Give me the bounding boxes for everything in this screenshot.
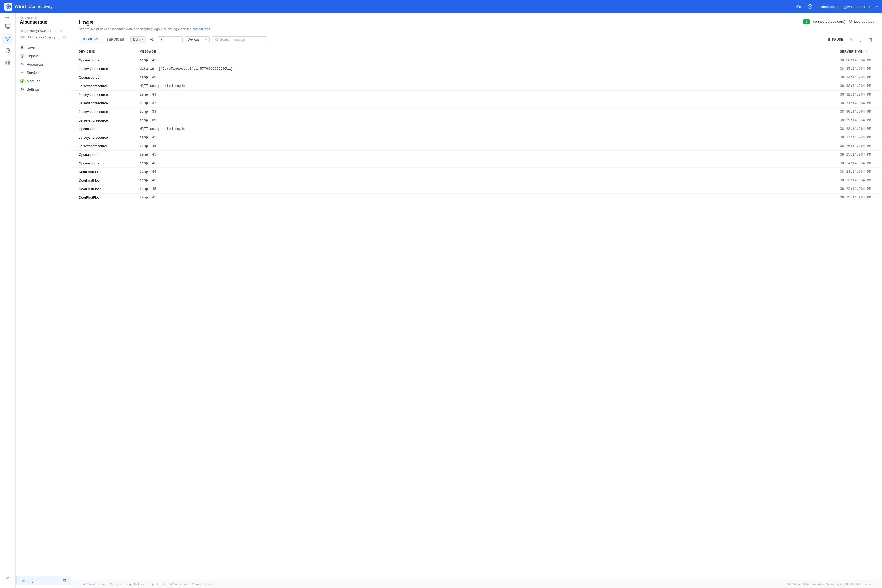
meta-url-value: https://y2lsvkj... [28, 35, 61, 39]
help-button[interactable] [806, 3, 814, 11]
nav-item-services[interactable]: ✂Services [15, 68, 71, 76]
main-area: We. ⊲ CONNECTOR Albuquerque ID [0, 13, 882, 588]
remove-filter-button[interactable]: × [141, 38, 143, 42]
nav-icon-services: ✂ [20, 70, 24, 75]
pause-label: PAUSE [832, 38, 843, 42]
cell-message: data_in: {"CureTimeActual":1.57799999997… [132, 65, 832, 74]
sidebar-icon-monitor[interactable] [2, 21, 13, 32]
page-subtitle: Stream live of devices incoming data and… [79, 27, 211, 31]
user-menu[interactable]: michel.delpeche@westpharma.com ▾ [817, 5, 877, 9]
meta-url-row: URL https://y2lsvkj... ⧉ [15, 34, 71, 40]
search-icon [215, 38, 219, 42]
footer-link[interactable]: Legal Notices [126, 582, 144, 586]
nav-item-signals[interactable]: 📡Signals [15, 52, 71, 60]
table-row: Opcuasource temp: 45 08:25:14.964 PM [71, 151, 882, 159]
user-menu-chevron: ▾ [876, 5, 877, 8]
devices-dropdown[interactable]: Devices ▾ [185, 36, 210, 43]
filter-data-tag: Data × [131, 36, 146, 43]
footer-link[interactable]: Imprint [149, 582, 158, 586]
cell-server-time: 08:36:14.964 PM [832, 56, 882, 65]
cell-device-id: Jerseyshoresource [71, 116, 132, 125]
table-row: Jerseyshoresource temp: 45 08:26:14.964 … [71, 142, 882, 151]
cell-message: temp: 45 [132, 185, 832, 194]
sidebar-icon-grid[interactable] [2, 57, 13, 68]
page-footer: Email SubscriptionsPartnersLegal Notices… [71, 580, 882, 588]
page-title: Logs [79, 19, 211, 26]
toolbar-expand-button[interactable]: ⊡ [866, 35, 874, 44]
nav-item-resources[interactable]: ✳Resources [15, 60, 71, 68]
toolbar-more-button[interactable]: ⋮ [856, 35, 865, 44]
footer-link[interactable]: Email Subscriptions [79, 582, 105, 586]
left-nav: CONNECTOR Albuquerque ID y2lsvkjmxowe000… [15, 13, 71, 588]
pause-button[interactable]: PAUSE [824, 36, 846, 43]
nav-item-devices[interactable]: 🖥Devices [15, 44, 71, 52]
search-placeholder: Search message [220, 38, 245, 42]
cell-message: temp: 43 [132, 90, 832, 99]
cell-server-time: 08:23:14.964 PM [832, 168, 882, 176]
cell-server-time: 08:32:14.964 PM [832, 90, 882, 99]
nav-section: 🖥Devices📡Signals✳Resources✂Services🧩Modu… [15, 44, 71, 93]
cell-device-id: Opcuasource [71, 74, 132, 82]
tab-services[interactable]: SERVICES [102, 36, 128, 43]
sidebar-icon-security[interactable] [2, 45, 13, 56]
devices-dropdown-label: Devices [188, 38, 200, 42]
learn-button[interactable] [794, 3, 802, 11]
live-updates-label: Live updates [854, 20, 874, 24]
top-nav: WEST Connectivity michel.delpeche@westph… [0, 0, 882, 13]
cell-device-id: DoorFirstFloor [71, 176, 132, 185]
dropdown-arrow-button[interactable]: ▾ [158, 36, 183, 43]
tab-group: DEVICES SERVICES [79, 36, 128, 44]
col-message: MESSAGE [132, 47, 832, 56]
footer-link[interactable]: Partners [110, 582, 122, 586]
server-time-help-icon[interactable]: ? [864, 50, 868, 53]
cell-server-time: 08:23:14.964 PM [832, 185, 882, 194]
cell-server-time: 08:35:14.964 PM [832, 65, 882, 74]
footer-link[interactable]: Privacy Policy [192, 582, 210, 586]
sidebar-icon-iot[interactable] [2, 33, 13, 44]
logs-label: Logs [27, 579, 35, 583]
connector-header: CONNECTOR Albuquerque [15, 16, 71, 28]
nav-item-logs[interactable]: ☰ Logs ⊡ [15, 576, 71, 585]
app-logo: WEST Connectivity [5, 3, 53, 10]
live-updates-button[interactable]: ↻ Live updates [849, 19, 874, 24]
cell-message: temp: 45 [132, 176, 832, 185]
cell-server-time: 08:30:14.964 PM [832, 108, 882, 116]
copy-id-button[interactable]: ⧉ [59, 29, 63, 33]
cell-device-id: DoorFirstFloor [71, 194, 132, 202]
footer-copyright: ©2024 West Pharmaceutical Services, Inc.… [787, 582, 874, 586]
system-logs-link[interactable]: system logs [192, 27, 210, 31]
cell-server-time: 08:23:14.964 PM [832, 194, 882, 202]
nav-icon-resources: ✳ [20, 62, 24, 66]
nav-icon-devices: 🖥 [20, 45, 24, 50]
filter-plus-button[interactable]: +1 [148, 36, 155, 43]
nav-icon-signals: 📡 [20, 54, 24, 58]
svg-rect-15 [828, 38, 828, 41]
nav-actions: michel.delpeche@westpharma.com ▾ [794, 3, 877, 11]
nav-item-modules[interactable]: 🧩Modules [15, 76, 71, 85]
cell-message: MQTT unsupported_topic [132, 82, 832, 90]
meta-url-label: URL [20, 35, 26, 39]
devices-dropdown-arrow: ▾ [205, 38, 207, 41]
cell-message: temp: 33 [132, 108, 832, 116]
collapse-sidebar-button[interactable]: ⊲ [2, 573, 13, 584]
table-row: Opcuasource MQTT unsupported_topic 08:28… [71, 125, 882, 134]
cell-device-id: Opcuasource [71, 151, 132, 159]
connected-label: connected device(s) [813, 20, 845, 24]
tab-devices[interactable]: DEVICES [79, 36, 102, 43]
meta-id-row: ID y2lsvkjmxowe000... ⧉ [15, 28, 71, 34]
icon-sidebar: We. ⊲ [0, 13, 15, 588]
footer-link[interactable]: Term & Conditions [162, 582, 187, 586]
table-row: Opcuasource temp: 45 08:24:14.964 PM [71, 159, 882, 168]
copy-url-button[interactable]: ⧉ [63, 35, 67, 39]
toolbar-help-button[interactable]: ? [847, 35, 855, 44]
logs-table-body: Opcuasource temp: 45 08:36:14.964 PM Jer… [71, 56, 882, 202]
table-row: Jerseyshoresource temp: 39 08:29:14.964 … [71, 116, 882, 125]
nav-item-settings[interactable]: ⚙Settings [15, 85, 71, 93]
table-header-row: DEVICE ID MESSAGE SERVER TIME ? [71, 47, 882, 56]
cell-device-id: Opcuasource [71, 159, 132, 168]
cell-device-id: Jerseyshoresource [71, 82, 132, 90]
cell-server-time: 08:31:14.964 PM [832, 99, 882, 108]
cell-device-id: Opcuasource [71, 56, 132, 65]
search-box[interactable]: Search message [212, 36, 267, 43]
footer-links: Email SubscriptionsPartnersLegal Notices… [79, 582, 211, 586]
